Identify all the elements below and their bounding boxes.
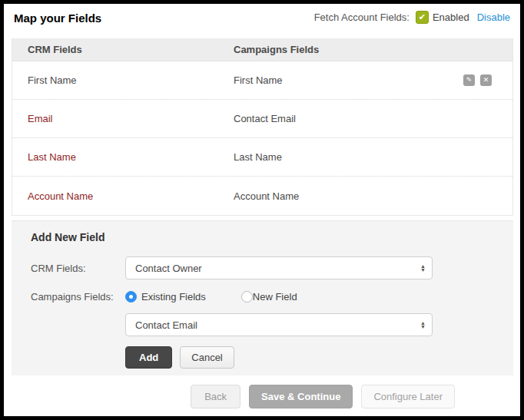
crm-field-value: Account Name	[12, 190, 234, 202]
enabled-label: Enabled	[433, 12, 469, 23]
campaign-field-value: Contact Email	[234, 113, 512, 124]
crm-fields-form-row: CRM Fields: Contact Owner ▲▼	[31, 256, 513, 279]
page-title: Map your Fields	[14, 11, 101, 25]
delete-icon[interactable]: ✕	[480, 74, 492, 86]
dialog-footer: Back Save & Continue Configure Later	[4, 375, 520, 417]
dialog-header: Map your Fields Fetch Account Fields: ✔ …	[4, 4, 520, 38]
select-stepper-icon: ▲▼	[420, 264, 426, 272]
map-fields-dialog: Map your Fields Fetch Account Fields: ✔ …	[0, 0, 524, 420]
cancel-button[interactable]: Cancel	[180, 346, 234, 369]
crm-field-value: First Name	[12, 74, 234, 86]
edit-icon[interactable]: ✎	[463, 74, 475, 86]
new-field-radio-label: New Field	[253, 291, 297, 303]
fetch-account-fields-label: Fetch Account Fields:	[314, 12, 410, 23]
table-row: Account Name Account Name	[12, 177, 512, 215]
row-actions: ✎ ✕	[463, 74, 512, 86]
add-cancel-button-row: Add Cancel	[31, 346, 513, 369]
campaigns-fields-column-header: Campaigns Fields	[234, 44, 512, 55]
field-type-radio-group: Existing Fields New Field	[125, 289, 297, 303]
field-mapping-table: CRM Fields Campaigns Fields First Name F…	[12, 38, 513, 216]
crm-field-value: Email	[12, 113, 234, 124]
crm-fields-column-header: CRM Fields	[12, 44, 234, 55]
disable-link[interactable]: Disable	[477, 12, 510, 23]
configure-later-button[interactable]: Configure Later	[361, 385, 455, 408]
campaigns-fields-label: Campaigns Fields:	[31, 291, 125, 303]
fetch-account-fields-area: Fetch Account Fields: ✔ Enabled Disable	[314, 11, 510, 24]
campaigns-fields-form-row: Campaigns Fields: Existing Fields New Fi…	[31, 289, 513, 303]
campaign-field-value: Account Name	[234, 190, 512, 202]
checkmark-icon: ✔	[419, 12, 426, 22]
crm-fields-select-value: Contact Owner	[135, 263, 420, 274]
campaign-field-value: First Name	[234, 74, 463, 86]
crm-field-value: Last Name	[12, 151, 234, 163]
crm-fields-select[interactable]: Contact Owner ▲▼	[125, 256, 433, 279]
new-field-radio[interactable]	[241, 291, 253, 303]
back-button[interactable]: Back	[191, 385, 240, 408]
add-new-field-title: Add New Field	[31, 231, 513, 243]
existing-fields-radio-label: Existing Fields	[141, 291, 206, 303]
crm-fields-label: CRM Fields:	[31, 263, 125, 274]
save-and-continue-button[interactable]: Save & Continue	[249, 385, 353, 408]
existing-fields-radio[interactable]	[125, 291, 137, 303]
enabled-checkbox[interactable]: ✔	[416, 11, 429, 24]
add-new-field-section: Add New Field CRM Fields: Contact Owner …	[12, 220, 513, 375]
select-stepper-icon: ▲▼	[420, 321, 426, 329]
table-row: First Name First Name ✎ ✕	[12, 61, 512, 100]
campaign-field-select[interactable]: Contact Email ▲▼	[125, 313, 433, 336]
table-row: Email Contact Email	[12, 100, 512, 138]
table-row: Last Name Last Name	[12, 138, 512, 177]
campaign-field-select-value: Contact Email	[135, 319, 420, 331]
add-button[interactable]: Add	[125, 346, 172, 369]
campaign-field-form-row: Contact Email ▲▼	[31, 313, 513, 336]
table-header-row: CRM Fields Campaigns Fields	[12, 38, 512, 61]
campaign-field-value: Last Name	[234, 151, 512, 163]
